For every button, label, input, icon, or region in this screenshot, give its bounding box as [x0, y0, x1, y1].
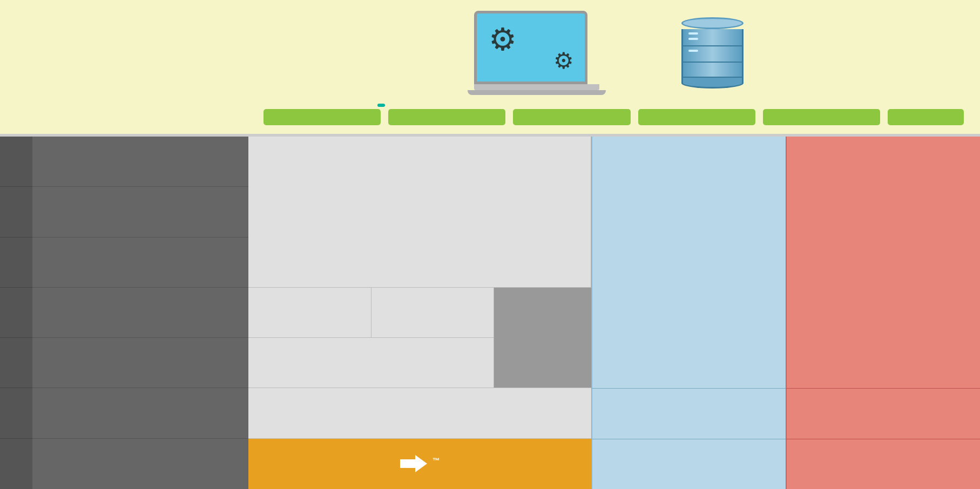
- data-link-content: [248, 388, 591, 438]
- hart: [786, 137, 980, 388]
- dl-hart: [786, 388, 980, 438]
- phys-hart: [786, 439, 980, 489]
- num-3: [0, 338, 32, 388]
- dl-profibus: [591, 388, 786, 438]
- ethernet-protocols: [248, 137, 591, 288]
- dd-btn-dd[interactable]: [763, 109, 880, 125]
- name-pres: [32, 187, 248, 237]
- database-illus: [681, 17, 744, 89]
- eddl-btn[interactable]: [388, 109, 505, 125]
- new-badge: [377, 104, 385, 107]
- fdt-btn[interactable]: [513, 109, 630, 125]
- svg-marker-0: [400, 455, 427, 472]
- name-dl: [32, 388, 248, 438]
- illustration-area: ⚙ ⚙: [254, 11, 964, 97]
- num-2: [0, 388, 32, 438]
- direct-layer: [248, 288, 591, 389]
- gsdml-btn[interactable]: [638, 109, 755, 125]
- apl-arrow-icon: [400, 455, 427, 472]
- apl-text: ™: [432, 456, 440, 472]
- ethernet-apl-cell: ™: [248, 439, 591, 489]
- name-trans: [32, 288, 248, 338]
- laptop-illus: ⚙ ⚙: [474, 11, 606, 95]
- name-net: [32, 338, 248, 388]
- num-7: [0, 137, 32, 187]
- dd-btn-group: [263, 109, 964, 125]
- fdi-btn[interactable]: [263, 109, 381, 125]
- profibus-pa: [591, 137, 786, 388]
- header-section: ⚙ ⚙: [0, 0, 980, 103]
- phys-profibus: [591, 439, 786, 489]
- dd-section: [0, 103, 980, 134]
- num-1: [0, 439, 32, 489]
- num-5: [0, 237, 32, 288]
- more-btn[interactable]: [888, 109, 964, 125]
- num-4: [0, 288, 32, 338]
- ethernet-apl-logo: ™: [400, 455, 440, 472]
- direct-layer-cell: [494, 288, 591, 388]
- gear1-icon: ⚙: [489, 21, 517, 58]
- name-phys: [32, 439, 248, 489]
- gear2-icon: ⚙: [553, 47, 574, 74]
- num-6: [0, 187, 32, 237]
- name-app: [32, 137, 248, 187]
- osi-grid: ™: [0, 137, 980, 489]
- name-sess: [32, 237, 248, 288]
